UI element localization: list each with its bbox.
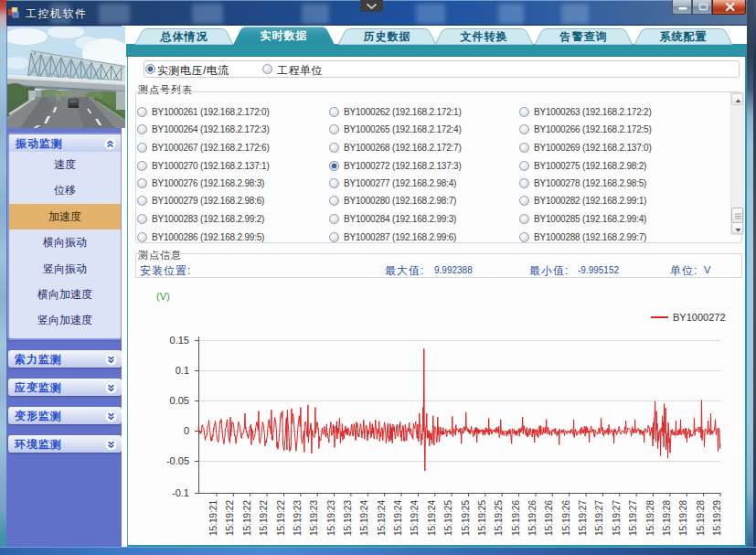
svg-text:实时数据: 实时数据 [261, 29, 308, 42]
svg-text:总体情况: 总体情况 [160, 30, 208, 43]
svg-text:系统配置: 系统配置 [659, 30, 708, 43]
svg-text:文件转换: 文件转换 [460, 30, 508, 43]
svg-text:历史数据: 历史数据 [363, 30, 411, 43]
svg-text:告警查询: 告警查询 [559, 30, 608, 43]
